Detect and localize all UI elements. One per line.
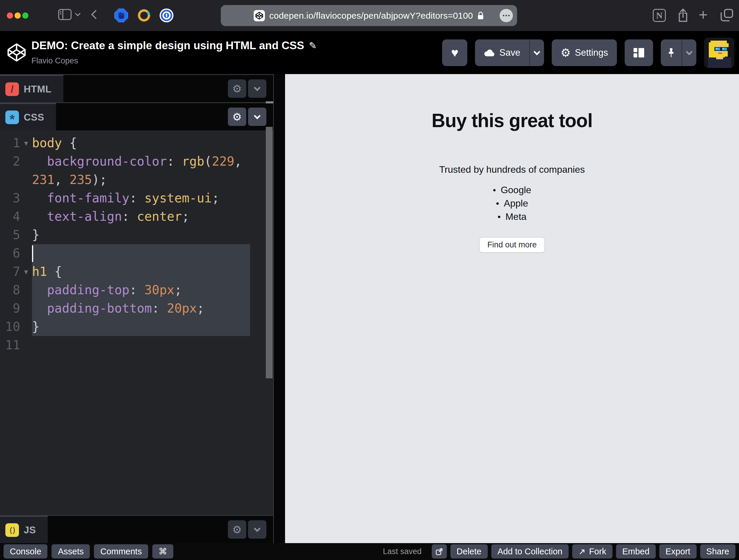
share-icon[interactable] [677, 8, 689, 23]
fold-gutter [20, 226, 32, 244]
footer-right-buttons: DeleteAdd to CollectionForkEmbedExportSh… [450, 544, 735, 559]
edit-title-icon[interactable]: ✎ [309, 40, 317, 51]
code-row[interactable]: 8 padding-top: 30px; [0, 281, 273, 299]
css-settings-button[interactable]: ⚙ [228, 108, 246, 126]
fold-arrow-icon[interactable]: ▾ [20, 263, 32, 281]
fork-button[interactable]: Fork [572, 544, 612, 559]
editor-scrollbar[interactable] [266, 127, 273, 378]
gear-icon: ⚙ [232, 524, 242, 536]
address-bar[interactable]: codepen.io/flaviocopes/pen/abjpowY?edito… [221, 5, 517, 26]
css-code-editor[interactable]: 1▾body {2 background-color: rgb(229,231,… [0, 130, 273, 515]
window-zoom-button[interactable] [22, 12, 28, 19]
line-number: 8 [0, 281, 20, 299]
pin-menu-button[interactable] [682, 39, 696, 66]
css-editor-header: * CSS ⚙ [0, 103, 273, 130]
code-row[interactable]: 5} [0, 226, 273, 244]
window-minimize-button[interactable] [14, 12, 21, 19]
notion-app-icon[interactable]: N [653, 9, 666, 22]
save-button[interactable]: Save [475, 39, 529, 66]
chevron-down-icon [254, 113, 261, 119]
pen-author[interactable]: Flavio Copes [31, 56, 78, 65]
css-code-rows: 1▾body {2 background-color: rgb(229,231,… [0, 134, 273, 355]
html-settings-button[interactable]: ⚙ [228, 80, 246, 98]
line-number: 6 [0, 244, 20, 263]
preview-pane: Buy this great tool Trusted by hundreds … [285, 74, 739, 543]
line-number [0, 171, 20, 189]
find-out-more-button[interactable]: Find out more [479, 237, 545, 253]
code-row[interactable]: 231, 235); [0, 171, 273, 189]
like-button[interactable]: ♥ [442, 39, 467, 66]
tab-css[interactable]: * CSS [0, 103, 56, 130]
code-row[interactable]: 4 text-align: center; [0, 207, 273, 226]
company-item-meta: •Meta [285, 210, 739, 224]
delete-button[interactable]: Delete [450, 544, 488, 559]
html-editor-section: / HTML ⚙ [0, 74, 273, 102]
js-collapse-button[interactable] [248, 520, 266, 539]
export-button[interactable]: Export [659, 544, 697, 559]
open-external-button[interactable] [432, 544, 447, 559]
tab-js[interactable]: ( ) JS [0, 516, 48, 543]
codepen-logo-icon[interactable] [7, 42, 27, 62]
tab-overview-icon[interactable] [720, 8, 734, 22]
chevron-down-icon [254, 525, 261, 532]
code-row[interactable]: 10} [0, 318, 273, 336]
code-line: } [32, 318, 39, 336]
pane-resizer[interactable] [273, 74, 285, 543]
fold-gutter [20, 152, 32, 171]
header-actions: ♥ Save ⚙ Settings [442, 31, 734, 74]
code-row[interactable]: 3 font-family: system-ui; [0, 189, 273, 207]
layout-icon [633, 48, 644, 57]
code-row[interactable]: 9 padding-bottom: 20px; [0, 299, 273, 318]
new-tab-icon[interactable]: + [699, 9, 708, 21]
back-button[interactable] [93, 11, 99, 18]
resize-handle[interactable] [266, 101, 273, 103]
settings-button[interactable]: ⚙ Settings [552, 39, 617, 66]
window-close-button[interactable] [7, 12, 13, 19]
preview-heading: Buy this great tool [285, 110, 739, 143]
preview-tagline: Trusted by hundreds of companies [285, 164, 739, 175]
code-line: text-align: center; [32, 207, 189, 226]
browser-toolbar: codepen.io/flaviocopes/pen/abjpowY?edito… [0, 0, 739, 31]
css-collapse-button[interactable] [248, 108, 266, 126]
js-settings-button[interactable]: ⚙ [228, 520, 246, 539]
sidebar-menu-chevron-icon[interactable] [76, 12, 80, 16]
fold-arrow-icon[interactable]: ▾ [20, 134, 32, 152]
css-tab-label: CSS [24, 112, 44, 123]
html-collapse-button[interactable] [248, 80, 266, 98]
save-menu-button[interactable] [529, 39, 544, 66]
sidebar-toggle-icon[interactable] [58, 9, 72, 20]
line-number: 5 [0, 226, 20, 244]
user-avatar[interactable] [704, 38, 734, 68]
code-row[interactable]: 6 [0, 244, 273, 263]
fork-icon [578, 548, 586, 555]
share-button[interactable]: Share [700, 544, 735, 559]
tab-html[interactable]: / HTML [0, 75, 63, 102]
content-blocker-extension-icon[interactable] [114, 9, 128, 22]
company-item-apple: •Apple [285, 197, 739, 210]
save-status: Last saved [383, 547, 422, 556]
js-tab-label: JS [24, 525, 36, 536]
url-text: codepen.io/flaviocopes/pen/abjpowY?edito… [269, 11, 473, 21]
save-button-group: Save [475, 39, 544, 66]
page-options-button[interactable] [499, 9, 513, 22]
add-to-collection-button[interactable]: Add to Collection [491, 544, 569, 559]
meta-key-button[interactable]: ⌘ [152, 544, 173, 559]
embed-button[interactable]: Embed [616, 544, 656, 559]
code-row[interactable]: 2 background-color: rgb(229, [0, 152, 273, 171]
code-line: body { [32, 134, 77, 152]
editor-column: / HTML ⚙ * CSS ⚙ [0, 74, 273, 543]
code-row[interactable]: 1▾body { [0, 134, 273, 152]
comments-button[interactable]: Comments [94, 544, 148, 559]
console-button[interactable]: Console [4, 544, 47, 559]
code-row[interactable]: 7▾h1 { [0, 263, 273, 281]
js-editor-header: ( ) JS ⚙ [0, 516, 273, 543]
layout-button[interactable] [625, 39, 653, 66]
line-number: 3 [0, 189, 20, 207]
pin-button[interactable] [661, 39, 682, 66]
onepassword-extension-icon[interactable] [159, 8, 174, 22]
selection-highlight [32, 318, 250, 336]
ring-extension-icon[interactable] [137, 8, 151, 22]
code-row[interactable]: 11 [0, 336, 273, 355]
assets-button[interactable]: Assets [51, 544, 90, 559]
bullet-icon: • [497, 212, 501, 222]
